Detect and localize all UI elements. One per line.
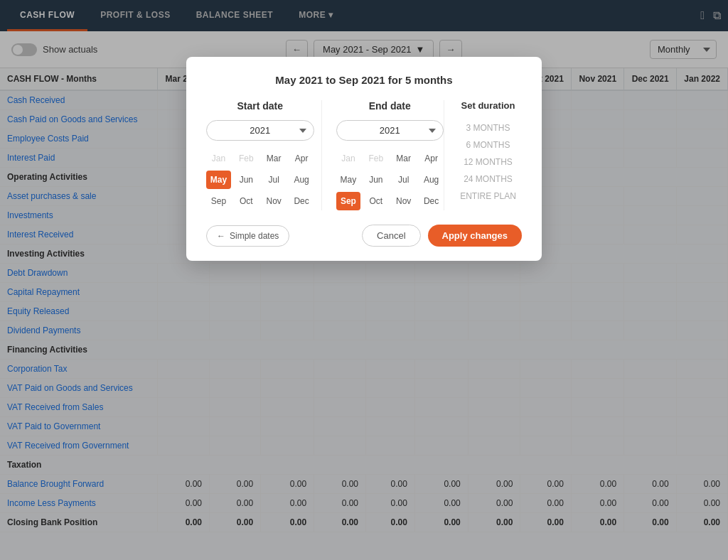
simple-dates-label: Simple dates	[230, 231, 279, 241]
duration-option-24-months[interactable]: 24 MONTHS	[454, 171, 522, 188]
end-month-sep[interactable]: Sep	[336, 192, 361, 210]
simple-dates-button[interactable]: ← Simple dates	[206, 225, 289, 247]
start-date-heading: Start date	[206, 100, 314, 112]
apply-button[interactable]: Apply changes	[428, 225, 522, 247]
cancel-button[interactable]: Cancel	[362, 225, 420, 247]
end-month-may[interactable]: May	[336, 171, 361, 189]
modal-title: May 2021 to Sep 2021 for 5 months	[206, 74, 522, 86]
start-month-may[interactable]: May	[206, 171, 231, 189]
end-month-feb: Feb	[363, 149, 388, 168]
start-month-jul[interactable]: Jul	[262, 171, 287, 189]
end-month-grid: JanFebMarAprMayJunJulAugSepOctNovDec	[336, 149, 444, 210]
duration-option-12-months[interactable]: 12 MONTHS	[454, 154, 522, 171]
end-date-section: End date 2019202020212022 JanFebMarAprMa…	[321, 100, 444, 210]
start-month-nov[interactable]: Nov	[262, 192, 287, 210]
end-month-mar[interactable]: Mar	[391, 149, 416, 168]
duration-section: Set duration 3 MONTHS6 MONTHS12 MONTHS24…	[444, 100, 522, 210]
duration-option-3-months[interactable]: 3 MONTHS	[454, 119, 522, 136]
start-month-grid: JanFebMarAprMayJunJulAugSepOctNovDec	[206, 149, 314, 210]
date-picker-overlay: May 2021 to Sep 2021 for 5 months Start …	[0, 0, 728, 560]
start-month-sep[interactable]: Sep	[206, 192, 231, 210]
end-month-nov[interactable]: Nov	[391, 192, 416, 210]
end-date-heading: End date	[336, 100, 444, 112]
start-month-oct[interactable]: Oct	[234, 192, 259, 210]
end-year-select[interactable]: 2019202020212022	[336, 120, 444, 141]
duration-option-6-months[interactable]: 6 MONTHS	[454, 136, 522, 154]
start-month-jan: Jan	[206, 149, 231, 168]
end-month-jan: Jan	[336, 149, 361, 168]
start-year-select[interactable]: 2019202020212022	[206, 120, 314, 141]
modal-footer: ← Simple dates Cancel Apply changes	[206, 225, 522, 247]
start-month-jun[interactable]: Jun	[234, 171, 259, 189]
arrow-left-icon: ←	[217, 231, 225, 241]
footer-right: Cancel Apply changes	[362, 225, 522, 247]
end-month-dec[interactable]: Dec	[419, 192, 444, 210]
date-picker-modal: May 2021 to Sep 2021 for 5 months Start …	[186, 57, 542, 261]
end-month-apr[interactable]: Apr	[419, 149, 444, 168]
end-month-jul[interactable]: Jul	[391, 171, 416, 189]
end-month-aug[interactable]: Aug	[419, 171, 444, 189]
end-month-jun[interactable]: Jun	[363, 171, 388, 189]
duration-option-entire-plan[interactable]: ENTIRE PLAN	[454, 188, 522, 205]
duration-heading: Set duration	[454, 100, 522, 111]
start-month-dec[interactable]: Dec	[289, 192, 314, 210]
start-month-apr[interactable]: Apr	[289, 149, 314, 168]
start-month-aug[interactable]: Aug	[289, 171, 314, 189]
modal-body: Start date 2019202020212022 JanFebMarApr…	[206, 100, 522, 210]
start-month-feb: Feb	[234, 149, 259, 168]
start-month-mar[interactable]: Mar	[262, 149, 287, 168]
end-month-oct[interactable]: Oct	[363, 192, 388, 210]
start-date-section: Start date 2019202020212022 JanFebMarApr…	[206, 100, 321, 210]
duration-options: 3 MONTHS6 MONTHS12 MONTHS24 MONTHSENTIRE…	[454, 119, 522, 205]
